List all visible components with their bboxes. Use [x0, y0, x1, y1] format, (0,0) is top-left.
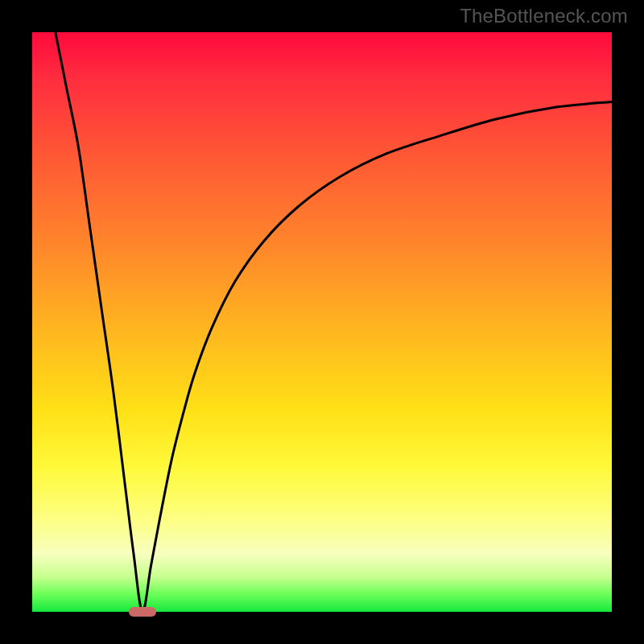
curve-path — [56, 32, 612, 612]
chart-frame: TheBottleneck.com — [0, 0, 644, 644]
watermark-text: TheBottleneck.com — [460, 5, 628, 27]
plot-area — [32, 32, 612, 612]
optimum-marker — [129, 607, 156, 617]
bottleneck-curve — [32, 32, 612, 612]
